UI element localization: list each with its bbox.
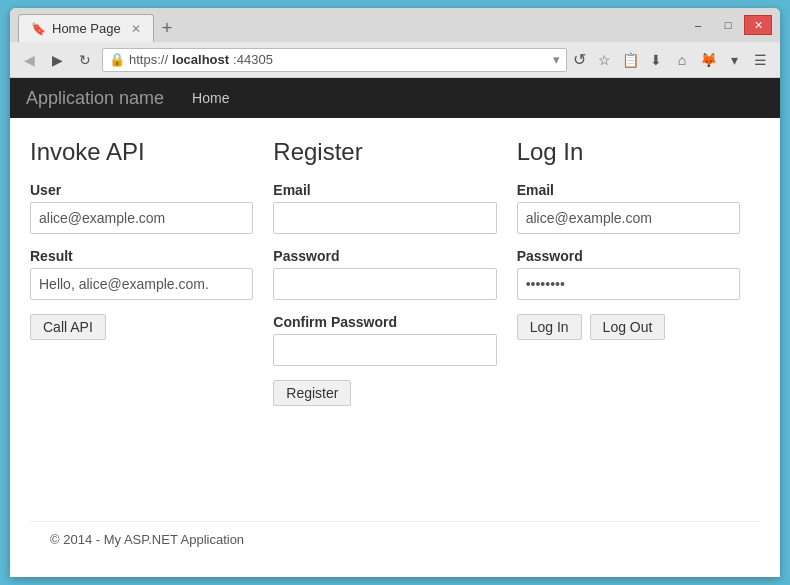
result-field-group: Result Hello, alice@example.com. [30,248,253,300]
login-email-label: Email [517,182,740,198]
address-bar: ◀ ▶ ↻ 🔒 https://localhost:44305 ▾ ↺ ☆ 📋 … [10,42,780,78]
columns-row: Invoke API User Result Hello, alice@exam… [30,138,760,521]
login-email-field-group: Email [517,182,740,234]
active-tab[interactable]: 🔖 Home Page ✕ [18,14,154,42]
invoke-api-title: Invoke API [30,138,253,166]
lock-icon: 🔒 [109,52,125,67]
register-email-input[interactable] [273,202,496,234]
login-buttons: Log In Log Out [517,314,740,340]
toolbar-icons: ☆ 📋 ⬇ ⌂ 🦊 ▾ ☰ [592,48,772,72]
window-controls: – □ ✕ [684,15,772,35]
register-email-field-group: Email [273,182,496,234]
url-bar[interactable]: 🔒 https://localhost:44305 ▾ [102,48,567,72]
clipboard-icon[interactable]: 📋 [618,48,642,72]
register-password-field-group: Password [273,248,496,300]
register-confirm-password-input[interactable] [273,334,496,366]
result-value: Hello, alice@example.com. [30,268,253,300]
refresh-button[interactable]: ↻ [74,49,96,71]
login-column: Log In Email Password Log In Log Out [517,138,760,521]
footer: © 2014 - My ASP.NET Application [30,521,760,557]
home-icon[interactable]: ⌂ [670,48,694,72]
title-bar: 🔖 Home Page ✕ + – □ ✕ [10,8,780,42]
refresh-icon[interactable]: ↺ [573,50,586,69]
extension-icon[interactable]: 🦊 [696,48,720,72]
register-password-label: Password [273,248,496,264]
login-title: Log In [517,138,740,166]
url-dropdown-icon[interactable]: ▾ [553,52,560,67]
login-password-input[interactable] [517,268,740,300]
app-content: Application name Home Invoke API User Re… [10,78,780,577]
star-icon[interactable]: ☆ [592,48,616,72]
invoke-api-column: Invoke API User Result Hello, alice@exam… [30,138,273,521]
login-password-field-group: Password [517,248,740,300]
register-column: Register Email Password Confirm Password… [273,138,516,521]
nav-home-link[interactable]: Home [184,80,237,116]
url-protocol: https:// [129,52,168,67]
minimize-button[interactable]: – [684,15,712,35]
forward-button[interactable]: ▶ [46,49,68,71]
tab-title: Home Page [52,21,121,36]
new-tab-button[interactable]: + [154,14,181,42]
register-password-input[interactable] [273,268,496,300]
call-api-button[interactable]: Call API [30,314,106,340]
login-button[interactable]: Log In [517,314,582,340]
logout-button[interactable]: Log Out [590,314,666,340]
tab-close-button[interactable]: ✕ [131,22,141,36]
user-label: User [30,182,253,198]
footer-text: © 2014 - My ASP.NET Application [50,532,244,547]
main-content: Invoke API User Result Hello, alice@exam… [10,118,780,577]
extension-dropdown-icon[interactable]: ▾ [722,48,746,72]
url-port: :44305 [233,52,273,67]
menu-icon[interactable]: ☰ [748,48,772,72]
user-input[interactable] [30,202,253,234]
register-confirm-password-field-group: Confirm Password [273,314,496,366]
url-host: localhost [172,52,229,67]
app-name: Application name [26,88,164,109]
close-button[interactable]: ✕ [744,15,772,35]
maximize-button[interactable]: □ [714,15,742,35]
app-navbar: Application name Home [10,78,780,118]
register-button[interactable]: Register [273,380,351,406]
register-email-label: Email [273,182,496,198]
download-icon[interactable]: ⬇ [644,48,668,72]
login-email-input[interactable] [517,202,740,234]
result-label: Result [30,248,253,264]
tab-area: 🔖 Home Page ✕ + [18,8,680,42]
user-field-group: User [30,182,253,234]
login-password-label: Password [517,248,740,264]
register-title: Register [273,138,496,166]
tab-icon: 🔖 [31,22,46,36]
back-button[interactable]: ◀ [18,49,40,71]
register-confirm-password-label: Confirm Password [273,314,496,330]
